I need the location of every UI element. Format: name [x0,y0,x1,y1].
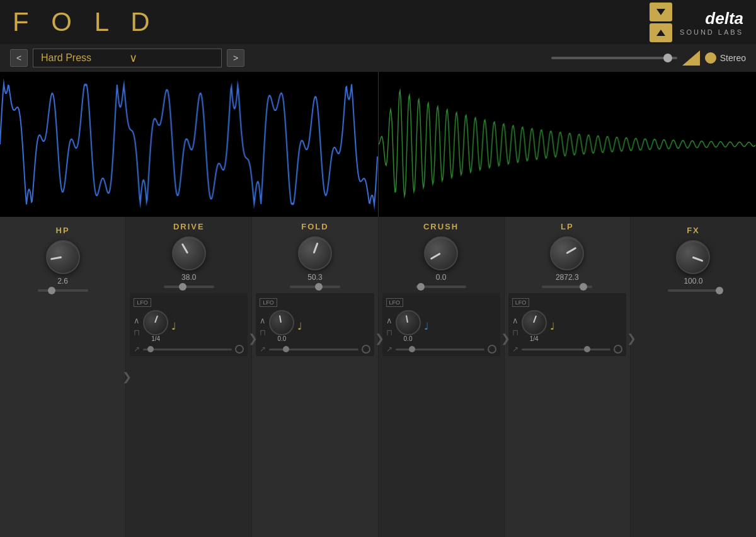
drive-knob[interactable] [172,236,206,270]
hp-knob[interactable] [46,240,80,274]
fold-label: FOLD [301,222,328,231]
drive-lfo-rate-value: 1/4 [151,335,160,342]
fold-lfo-section: LFO ∧ ⊓ 0.0 ♩ ↗ [256,293,374,356]
lp-slider[interactable] [542,286,592,288]
app-container: F O L D delta SOUND LABS < Hard Press ∨ … [0,0,756,537]
lp-lfo-shape-square[interactable]: ⊓ [512,328,518,337]
crush-lfo-circle-icon[interactable] [488,345,496,354]
preset-bar: < Hard Press ∨ > Stereo [0,44,756,72]
nav-down-button[interactable] [650,3,672,21]
header-right: delta SOUND LABS [650,3,743,42]
nav-up-button[interactable] [650,23,672,42]
lp-knob[interactable] [550,236,584,270]
fold-lfo-depth-slider[interactable] [269,349,358,350]
fx-slider[interactable] [668,289,718,292]
arrow-after-fold: ❯ [375,332,384,345]
header: F O L D delta SOUND LABS [0,0,756,44]
lp-lfo-rate-knob[interactable] [522,310,547,335]
output-waveform [379,72,757,217]
preset-dropdown[interactable]: Hard Press ∨ [33,49,222,67]
lp-lfo-depth-thumb [584,346,590,352]
fold-value: 50.3 [307,273,322,282]
fold-lfo-circle-icon[interactable] [362,345,370,354]
drive-lfo-note-icon: ♩ [171,320,176,332]
crush-lfo-shape-sine[interactable]: ∧ [386,316,392,325]
arrow-after-lp: ❯ [627,332,636,345]
drive-slider[interactable] [164,286,214,288]
lp-lfo-shape-sine[interactable]: ∧ [512,316,518,325]
lp-lfo-depth-slider[interactable] [522,349,610,350]
crush-lfo-section: LFO ∧ ⊓ 0.0 ♩ ↗ [382,293,500,356]
lp-lfo-label: LFO [512,298,530,307]
crush-lfo-sawtooth-icon[interactable]: ↗ [386,345,392,354]
lp-group: ❯ LP 2872.3 LFO ∧ ⊓ [505,217,631,537]
crush-lfo-rate-knob[interactable] [396,310,421,335]
fx-group: FX 100.0 [631,217,756,537]
fold-lfo-rate-value: 0.0 [277,335,286,342]
app-title: F O L D [13,7,157,37]
waveform-section [0,72,756,217]
preset-next-button[interactable]: > [227,49,244,67]
brand-name-delta: delta [705,9,743,28]
lp-knob-container: 2872.3 [542,236,592,288]
lp-lfo-sawtooth-icon[interactable]: ↗ [512,345,518,354]
crush-group: ❯ CRUSH 0.0 LFO ∧ ⊓ [379,217,505,537]
fold-knob[interactable] [298,236,332,270]
drive-lfo-shape-sine[interactable]: ∧ [134,316,140,325]
volume-slider[interactable] [551,57,677,59]
drive-lfo-section: LFO ∧ ⊓ 1/4 ♩ ↗ [130,293,248,356]
fx-value: 100.0 [684,277,702,286]
fold-lfo-shapes: ∧ ⊓ [260,316,266,337]
drive-lfo-shape-square[interactable]: ⊓ [134,328,140,337]
input-waveform-canvas [0,72,378,217]
drive-lfo-depth-thumb [147,346,154,352]
fold-lfo-depth-thumb [283,346,289,352]
preset-name: Hard Press [41,52,91,64]
drive-label: DRIVE [173,222,205,231]
brand-sub-text: SOUND LABS [680,28,743,36]
crush-lfo-depth-thumb [409,346,415,352]
crush-lfo-label: LFO [386,298,404,307]
preset-prev-button[interactable]: < [10,49,28,67]
fx-label: FX [687,226,700,235]
brand-logo: delta SOUND LABS [680,9,743,36]
fold-lfo-bottom: ↗ [260,345,370,354]
drive-group: ❯ DRIVE 38.0 LFO ∧ ⊓ [126,217,252,537]
drive-knob-container: 38.0 [164,236,214,288]
drive-lfo-shapes: ∧ ⊓ [134,316,140,337]
crush-slider[interactable] [416,286,466,288]
lp-value: 2872.3 [556,273,579,282]
crush-lfo-note-icon: ♩ [424,320,429,332]
drive-value: 38.0 [181,273,196,282]
lp-lfo-circle-icon[interactable] [614,345,622,354]
svg-marker-0 [656,9,665,15]
lp-lfo-section: LFO ∧ ⊓ 1/4 ♩ ↗ [508,293,626,356]
drive-lfo-rate-knob[interactable] [143,310,168,335]
fold-lfo-rate-knob[interactable] [269,310,294,335]
crush-lfo-rate-value: 0.0 [404,335,413,342]
drive-lfo-circle-icon[interactable] [235,345,244,354]
fold-lfo-sawtooth-icon[interactable]: ↗ [260,345,266,354]
volume-area: Stereo [500,50,746,66]
stereo-label: Stereo [720,53,746,63]
arrow-after-hp: ❯ [122,370,132,384]
drive-lfo-depth-slider[interactable] [143,349,232,350]
drive-lfo-sawtooth-icon[interactable]: ↗ [134,345,140,354]
nav-arrows [650,3,672,42]
stereo-button[interactable]: Stereo [705,52,746,64]
crush-knob[interactable] [424,236,458,270]
fold-lfo-note-icon: ♩ [297,320,302,332]
crush-lfo-depth-slider[interactable] [396,349,484,350]
fold-slider[interactable] [290,286,340,288]
fold-lfo-label: LFO [260,298,277,307]
dropdown-arrow-icon: ∨ [129,51,137,65]
crush-lfo-shape-square[interactable]: ⊓ [386,328,392,337]
fold-lfo-shape-sine[interactable]: ∧ [260,316,266,325]
crush-lfo-bottom: ↗ [386,345,496,354]
output-waveform-canvas [379,72,757,217]
svg-marker-1 [656,30,665,36]
fx-knob[interactable] [676,240,710,274]
drive-lfo-bottom: ↗ [134,345,244,354]
fold-lfo-shape-square[interactable]: ⊓ [260,328,266,337]
hp-slider[interactable] [38,289,88,292]
